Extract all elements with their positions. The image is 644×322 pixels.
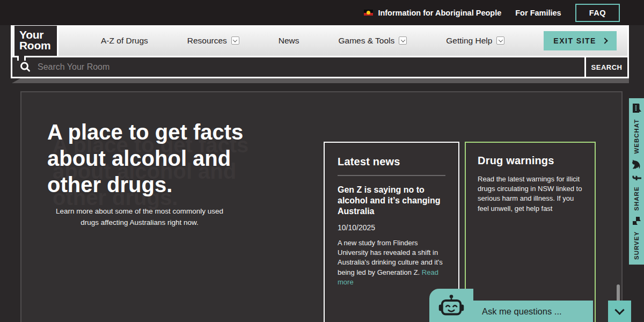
your-room-logo[interactable]: Your Room <box>13 24 58 57</box>
nav-item-games-tools[interactable]: Games & Tools <box>338 36 407 46</box>
chevron-down-icon <box>399 36 407 45</box>
page-title: A place to get facts about alcohol and o… <box>47 119 275 197</box>
chat-bubble-icon <box>632 103 641 113</box>
for-families-link[interactable]: For Families <box>515 9 561 17</box>
news-article-date: 10/10/2025 <box>338 223 445 232</box>
logo-line2: Room <box>19 40 57 51</box>
top-bar: Information for Aboriginal People For Fa… <box>0 0 644 25</box>
search-field-area <box>12 57 584 77</box>
side-action-bar: SURVEY SHARE WEBCHAT <box>629 98 644 265</box>
header: Your Room A-Z of Drugs Resources News Ga… <box>11 24 629 78</box>
nav-item-getting-help[interactable]: Getting Help <box>446 36 504 46</box>
main-nav: A-Z of Drugs Resources News Games & Tool… <box>12 25 627 56</box>
chatbot-prompt-button[interactable]: Ask me questions ... <box>473 301 593 322</box>
chevron-down-icon <box>231 36 239 45</box>
card-divider <box>338 175 445 176</box>
chevron-down-icon <box>614 305 624 314</box>
news-card-title: Latest news <box>338 156 445 168</box>
logo-line1: Your <box>19 30 57 40</box>
aboriginal-people-label: Information for Aboriginal People <box>378 9 501 17</box>
chatbot-icon <box>437 293 466 318</box>
nav-item-news[interactable]: News <box>279 36 299 46</box>
chatbot-prompt-label: Ask me questions ... <box>482 306 562 317</box>
faq-button[interactable]: FAQ <box>575 4 620 22</box>
chevron-right-icon <box>602 38 608 43</box>
search-bar: SEARCH <box>12 56 627 77</box>
aboriginal-flag-icon <box>364 10 373 16</box>
nav-item-label: Games & Tools <box>338 36 394 46</box>
twitter-icon[interactable] <box>632 159 641 170</box>
nav-item-label: Getting Help <box>446 36 492 46</box>
exit-site-button[interactable]: EXIT SITE <box>544 31 617 50</box>
collapse-chat-button[interactable] <box>608 301 631 322</box>
share-button[interactable]: SHARE <box>633 186 640 210</box>
facebook-icon[interactable] <box>632 175 641 181</box>
for-families-label: For Families <box>515 9 561 17</box>
chatbot-avatar-button[interactable] <box>429 289 473 322</box>
exit-site-label: EXIT SITE <box>553 36 596 45</box>
nav-item-label: A-Z of Drugs <box>101 36 148 46</box>
news-article-title: Gen Z is saying no to alcohol and it’s c… <box>338 185 445 217</box>
drug-warnings-card[interactable]: Drug warnings Read the latest warnings f… <box>465 142 596 322</box>
news-article-excerpt: A new study from Flinders University has… <box>338 238 445 287</box>
webchat-button[interactable]: WEBCHAT <box>633 119 640 154</box>
logo-speech-tail <box>17 56 26 61</box>
page-subtitle: Learn more about some of the most common… <box>54 206 225 229</box>
nav-item-label: Resources <box>187 36 227 46</box>
feedback-quotes-icon <box>632 216 641 225</box>
header-drop-shadow <box>12 78 629 83</box>
search-button[interactable]: SEARCH <box>584 57 627 77</box>
aboriginal-people-link[interactable]: Information for Aboriginal People <box>364 9 501 17</box>
your-room-homepage: { "colors": { "teal": "#7cc4bb", "teal_d… <box>0 0 644 322</box>
survey-button[interactable]: SURVEY <box>633 231 640 260</box>
search-icon <box>19 61 31 73</box>
nav-item-resources[interactable]: Resources <box>187 36 239 46</box>
nav-item-a-z-of-drugs[interactable]: A-Z of Drugs <box>101 36 148 46</box>
warnings-card-body: Read the latest warnings for illicit dru… <box>478 174 583 214</box>
chevron-down-icon <box>496 36 504 45</box>
search-input[interactable] <box>38 62 584 72</box>
warnings-card-title: Drug warnings <box>478 155 583 167</box>
nav-item-label: News <box>279 36 299 46</box>
